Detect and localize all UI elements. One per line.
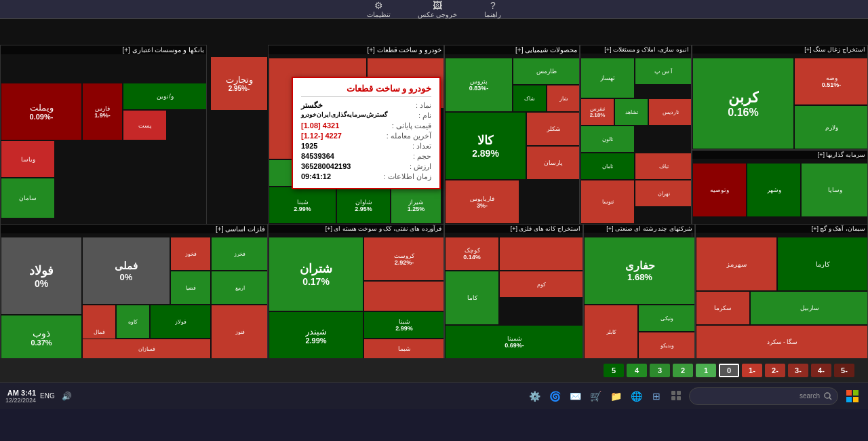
scale-neg1[interactable]: -1 — [742, 364, 762, 377]
cell-tarims[interactable]: طارمس — [513, 58, 580, 85]
edge-browser[interactable]: 🌐 — [628, 388, 644, 404]
cell-talon[interactable]: تالون — [580, 126, 635, 153]
scale-neg5[interactable]: -5 — [834, 364, 854, 377]
settings-taskbar-icon[interactable]: ⚙️ — [526, 388, 542, 404]
cell-sarmaiye-2[interactable]: وشهر — [747, 163, 801, 217]
cell-shaz[interactable]: شاز — [547, 85, 580, 112]
cell-sbindr[interactable] — [363, 281, 444, 311]
cell-fars[interactable]: فارس -1.9% — [82, 83, 123, 140]
widgets-button[interactable]: ⊞ — [648, 388, 665, 404]
network-icon[interactable]: 🔊 — [59, 388, 75, 404]
cell-siman3[interactable]: سکرما — [696, 291, 750, 325]
cell-farab[interactable]: فخوز — [170, 237, 211, 271]
scale-neg2[interactable]: -2 — [765, 364, 785, 377]
cell-multi4[interactable]: وندیکو — [638, 332, 695, 358]
cell-viaysa[interactable]: ویاسا — [1, 140, 55, 178]
mail-icon[interactable]: ✉️ — [567, 388, 583, 404]
sector-felezat[interactable]: فلزات اساسی [+] فولاد 0% ذوب 0.37% فملی … — [0, 224, 268, 358]
cell-siman5[interactable]: سگا - سکرد — [696, 325, 868, 358]
scale-pos1[interactable]: 1 — [696, 364, 716, 377]
file-explorer[interactable]: 📁 — [608, 388, 624, 404]
cell-multi2[interactable]: کابلر — [584, 305, 638, 358]
sector-shimi[interactable]: محصولات شیمیایی [+] پتروس -0.83% طارمس ش… — [444, 45, 580, 225]
chrome-icon[interactable]: 🌀 — [547, 388, 563, 404]
cell-siman4[interactable]: ساربیل — [750, 291, 868, 325]
cell-fasaha[interactable]: فضیا — [170, 271, 211, 305]
cell-foolad[interactable]: فولاد 0% — [1, 237, 82, 315]
cell-vimelat[interactable]: ویملت -0.09% — [1, 83, 82, 140]
cell-zob[interactable]: ذوب 0.37% — [1, 315, 82, 358]
cell-shetran-main[interactable]: شتران 0.17% — [269, 237, 363, 311]
cell-tbafa[interactable]: ثباف — [635, 153, 692, 180]
cell-kama[interactable]: کاما — [445, 271, 499, 325]
svg-point-4 — [825, 393, 830, 398]
cell-shiraz2[interactable]: شیراز 1.25% — [391, 187, 441, 224]
cell-foulad2[interactable]: فولاز — [150, 305, 211, 339]
cell-post[interactable]: پست — [123, 110, 167, 140]
cell-shak[interactable]: شاک — [513, 85, 547, 112]
sector-nafti[interactable]: فرآورده های نفتی، کک و سوخت هسته ای [+] … — [268, 224, 444, 358]
sector-multi[interactable]: شرکتهای چند رشته ای صنعتی [+] حفاری 1.68… — [583, 224, 695, 358]
scale-pos3[interactable]: 3 — [650, 364, 670, 377]
cell-thames[interactable]: ثهساز — [580, 58, 635, 98]
store-icon[interactable]: 🛒 — [587, 388, 604, 404]
sector-siman[interactable]: سیمان، آهک و گچ [+] سهرمز کارما سکرما سا… — [695, 224, 868, 358]
cell-kuchek-mine[interactable]: کوچک 0.14% — [445, 237, 499, 271]
cell-saman[interactable]: سامان — [1, 178, 55, 218]
cell-tsahend[interactable]: تشاهد — [614, 98, 648, 126]
scale-zero[interactable]: 0 — [719, 364, 739, 377]
cell-mine2[interactable] — [499, 237, 583, 271]
start-button[interactable] — [842, 386, 863, 406]
cell-sarmaiye-3[interactable]: وسایا — [801, 163, 868, 217]
cell-kaveh[interactable]: کاوه — [116, 305, 150, 339]
cell-fakhur[interactable]: فنوز — [211, 305, 268, 358]
scale-neg4[interactable]: -4 — [811, 364, 831, 377]
cell-mine4[interactable]: کوم — [499, 271, 583, 298]
cell-parsian[interactable]: پارسان — [526, 146, 580, 180]
cell-siman2[interactable]: کارما — [777, 237, 868, 291]
sector-anboo[interactable]: انبوه سازی، املاک و مستغلات [+] ثهساز آ … — [580, 45, 692, 225]
cell-karbn[interactable]: کربن 0.16% — [692, 58, 794, 149]
cell-hefari[interactable]: حفاری 1.68% — [584, 237, 695, 305]
topbar-settings[interactable]: ⚙ تنظیمات — [367, 0, 391, 18]
cell-kala-main[interactable]: کالا 2.89% — [445, 112, 526, 180]
cell-shivanz[interactable]: شاوان 2.95% — [336, 187, 391, 224]
cell-tousa[interactable]: ثتوسا — [580, 180, 635, 224]
cell-shabna[interactable]: شبنا 2.99% — [363, 311, 444, 339]
scale-pos2[interactable]: 2 — [673, 364, 693, 377]
cell-multi3[interactable]: ونیکی — [638, 305, 695, 332]
topbar-export[interactable]: 🖼 خروجی عکس — [418, 0, 458, 18]
sector-kanhaye-felezi[interactable]: استخراج کانه های فلزی [+] کوچک 0.14% کام… — [444, 224, 583, 358]
cell-grd[interactable]: فخرز — [211, 237, 268, 271]
cell-tehran[interactable]: تهران — [635, 180, 692, 207]
cell-mine5[interactable]: شمینا -0.69% — [445, 325, 583, 358]
cell-shahin[interactable]: شبنا 2.99% — [269, 187, 336, 224]
topbar-help[interactable]: ? راهنما — [484, 0, 501, 18]
sector-bank[interactable]: بانکها و موسسات اعتباری [+] ویملت -0.09%… — [0, 45, 207, 225]
cell-shabriz[interactable]: کروست -2.92% — [363, 237, 444, 281]
cell-tordis[interactable]: تاردیس — [648, 98, 692, 126]
cell-onv[interactable]: و/نوین — [123, 83, 207, 110]
scale-pos5[interactable]: 5 — [604, 364, 624, 377]
cell-various[interactable]: ولارم — [794, 105, 868, 149]
search-bar[interactable]: search — [689, 387, 838, 405]
scale-pos4[interactable]: 4 — [627, 364, 647, 377]
cell-asb[interactable]: آ س پ — [635, 58, 692, 85]
sector-estakhraj[interactable]: استخراج زغال سنگ [+] کربن 0.16% وضه -0.5… — [692, 45, 868, 150]
cell-fasaran[interactable]: فسازان — [82, 339, 211, 358]
cell-shekl[interactable]: شکلر — [526, 112, 580, 146]
cell-nafarmin[interactable]: ثنفرس 2.18% — [580, 98, 614, 126]
cell-vtejarat[interactable]: وتجارت -2.95% — [210, 56, 268, 111]
cell-faryabus[interactable]: فاریاپوس -3% — [445, 180, 519, 224]
cell-shama[interactable]: شبما — [363, 339, 444, 358]
cell-aman[interactable]: ثامان — [580, 153, 635, 180]
scale-neg3[interactable]: -3 — [788, 364, 808, 377]
taskview-button[interactable] — [669, 388, 685, 404]
cell-siman1[interactable]: سهرمز — [696, 237, 777, 291]
cell-petrol[interactable]: پتروس -0.83% — [445, 58, 513, 112]
cell-fmeli[interactable]: فملی 0% — [82, 237, 170, 305]
cell-sarmaiye-1[interactable]: وتوصیه — [692, 163, 747, 217]
cell-shabindr2[interactable]: شبندر 2.99% — [269, 311, 363, 358]
cell-vazeh[interactable]: وضه -0.51% — [794, 58, 868, 105]
cell-arma[interactable]: ارمع — [211, 271, 268, 305]
